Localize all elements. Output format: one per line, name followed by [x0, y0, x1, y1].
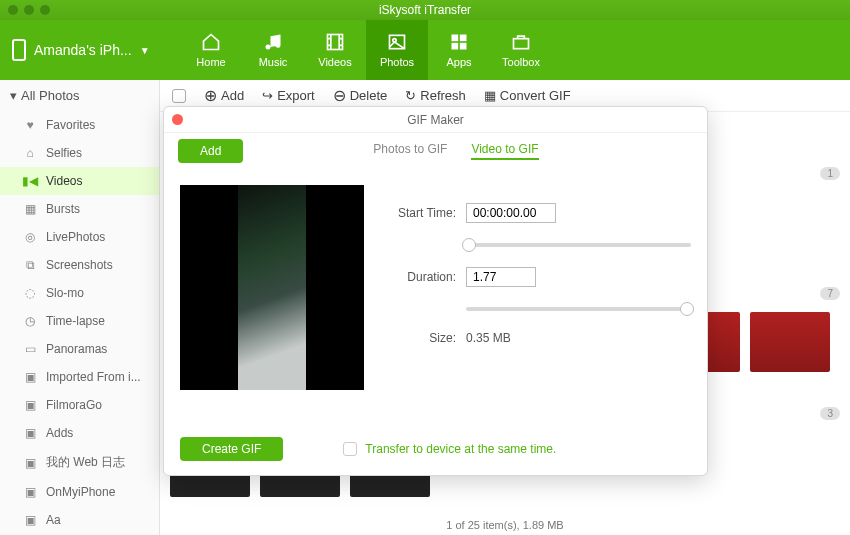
dialog-header: GIF Maker	[164, 107, 707, 133]
refresh-icon: ↻	[405, 88, 416, 103]
toolbox-icon	[509, 32, 533, 52]
status-bar: 1 of 25 item(s), 1.89 MB	[446, 519, 563, 531]
minus-icon: ⊖	[333, 86, 346, 105]
close-icon[interactable]	[172, 114, 183, 125]
export-icon: ↪	[262, 88, 273, 103]
folder-icon: ▣	[22, 456, 38, 470]
nav-home[interactable]: Home	[180, 20, 242, 80]
slomo-icon: ◌	[22, 286, 38, 300]
video-icon: ▮◀	[22, 174, 38, 188]
svg-rect-4	[460, 35, 467, 42]
folder-icon: ▣	[22, 398, 38, 412]
count-badge: 1	[820, 167, 840, 180]
sidebar-header[interactable]: ▾All Photos	[0, 80, 159, 111]
folder-icon: ▣	[22, 513, 38, 527]
sidebar-item-panoramas[interactable]: ▭Panoramas	[0, 335, 159, 363]
svg-rect-0	[328, 35, 343, 50]
delete-button[interactable]: ⊖Delete	[333, 86, 388, 105]
camera-icon: ⌂	[22, 146, 38, 160]
refresh-button[interactable]: ↻Refresh	[405, 88, 466, 103]
transfer-option[interactable]: Transfer to device at the same time.	[343, 442, 556, 456]
nav-toolbox[interactable]: Toolbox	[490, 20, 552, 80]
add-button[interactable]: ⊕Add	[204, 86, 244, 105]
import-icon: ▣	[22, 370, 38, 384]
start-time-input[interactable]	[466, 203, 556, 223]
phone-icon	[12, 39, 26, 61]
tab-photos-to-gif[interactable]: Photos to GIF	[373, 142, 447, 160]
sidebar-item-aa[interactable]: ▣Aa	[0, 506, 159, 534]
mode-tabs: Photos to GIF Video to GIF	[373, 142, 538, 160]
sidebar-item-onmyiphone[interactable]: ▣OnMyiPhone	[0, 478, 159, 506]
close-icon[interactable]	[8, 5, 18, 15]
nav-apps[interactable]: Apps	[428, 20, 490, 80]
size-label: Size:	[386, 331, 456, 345]
create-gif-button[interactable]: Create GIF	[180, 437, 283, 461]
app-title: iSkysoft iTransfer	[379, 3, 471, 17]
apps-icon	[447, 32, 471, 52]
window-controls	[8, 5, 50, 15]
tab-video-to-gif[interactable]: Video to GIF	[471, 142, 538, 160]
device-selector[interactable]: Amanda's iPh... ▼	[0, 20, 160, 80]
home-icon	[199, 32, 223, 52]
sidebar-item-imported[interactable]: ▣Imported From i...	[0, 363, 159, 391]
svg-rect-5	[452, 43, 459, 50]
convert-gif-button[interactable]: ▦Convert GIF	[484, 88, 571, 103]
chevron-down-icon: ▾	[10, 88, 17, 103]
start-time-label: Start Time:	[386, 206, 456, 220]
sidebar: ▾All Photos ♥Favorites ⌂Selfies ▮◀Videos…	[0, 80, 160, 535]
chevron-down-icon: ▼	[140, 45, 150, 56]
toolbar: Amanda's iPh... ▼ Home Music Videos Phot…	[0, 20, 850, 80]
transfer-checkbox[interactable]	[343, 442, 357, 456]
film-icon	[323, 32, 347, 52]
folder-icon: ▣	[22, 485, 38, 499]
sidebar-item-slomo[interactable]: ◌Slo-mo	[0, 279, 159, 307]
screenshot-icon: ⧉	[22, 258, 38, 272]
sidebar-item-videos[interactable]: ▮◀Videos	[0, 167, 159, 195]
count-badge: 3	[820, 407, 840, 420]
export-button[interactable]: ↪Export	[262, 88, 315, 103]
image-icon	[385, 32, 409, 52]
minimize-icon[interactable]	[24, 5, 34, 15]
svg-rect-6	[460, 43, 467, 50]
burst-icon: ▦	[22, 202, 38, 216]
dialog-title: GIF Maker	[407, 113, 464, 127]
sidebar-item-filmorago[interactable]: ▣FilmoraGo	[0, 391, 159, 419]
add-button[interactable]: Add	[178, 139, 243, 163]
start-time-slider[interactable]	[466, 243, 691, 247]
sidebar-item-timelapse[interactable]: ◷Time-lapse	[0, 307, 159, 335]
device-name: Amanda's iPh...	[34, 42, 132, 58]
maximize-icon[interactable]	[40, 5, 50, 15]
svg-rect-7	[514, 39, 529, 49]
nav-photos[interactable]: Photos	[366, 20, 428, 80]
panorama-icon: ▭	[22, 342, 38, 356]
size-value: 0.35 MB	[466, 331, 511, 345]
plus-icon: ⊕	[204, 86, 217, 105]
nav-tabs: Home Music Videos Photos Apps Toolbox	[180, 20, 552, 80]
sidebar-item-bursts[interactable]: ▦Bursts	[0, 195, 159, 223]
sidebar-item-screenshots[interactable]: ⧉Screenshots	[0, 251, 159, 279]
sidebar-item-adds[interactable]: ▣Adds	[0, 419, 159, 447]
nav-music[interactable]: Music	[242, 20, 304, 80]
nav-videos[interactable]: Videos	[304, 20, 366, 80]
select-all-checkbox[interactable]	[172, 89, 186, 103]
sidebar-item-livephotos[interactable]: ◎LivePhotos	[0, 223, 159, 251]
folder-icon: ▣	[22, 426, 38, 440]
gif-icon: ▦	[484, 88, 496, 103]
sidebar-item-selfies[interactable]: ⌂Selfies	[0, 139, 159, 167]
transfer-label: Transfer to device at the same time.	[365, 442, 556, 456]
title-bar: iSkysoft iTransfer	[0, 0, 850, 20]
duration-label: Duration:	[386, 270, 456, 284]
music-icon	[261, 32, 285, 52]
sidebar-item-favorites[interactable]: ♥Favorites	[0, 111, 159, 139]
gif-maker-dialog: GIF Maker Add Photos to GIF Video to GIF…	[163, 106, 708, 476]
video-preview	[180, 185, 364, 390]
thumbnail[interactable]	[750, 312, 830, 372]
count-badge: 7	[820, 287, 840, 300]
live-icon: ◎	[22, 230, 38, 244]
duration-slider[interactable]	[466, 307, 691, 311]
heart-icon: ♥	[22, 118, 38, 132]
duration-input[interactable]	[466, 267, 536, 287]
sidebar-item-weblog[interactable]: ▣我的 Web 日志	[0, 447, 159, 478]
clock-icon: ◷	[22, 314, 38, 328]
svg-rect-3	[452, 35, 459, 42]
